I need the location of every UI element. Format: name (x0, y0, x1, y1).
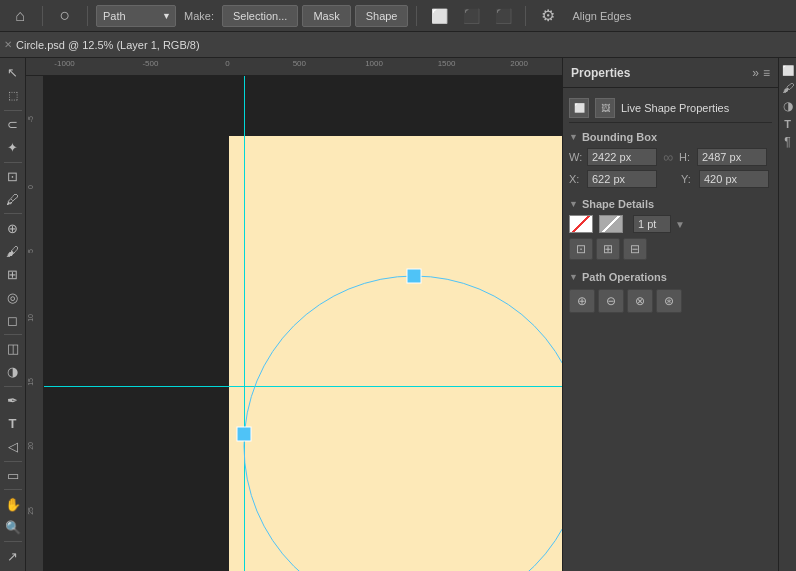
dark-bg-top (44, 76, 562, 136)
shape-details-label: Shape Details (582, 198, 654, 210)
ruler-label-v-20: 20 (27, 442, 34, 450)
gear-icon[interactable]: ⚙ (534, 3, 562, 29)
canvas-area[interactable]: -1000 -500 0 500 1000 1500 2000 -5 0 5 1… (26, 58, 562, 571)
magic-wand-icon[interactable]: ✦ (2, 137, 24, 159)
select-tool-icon[interactable]: ⬚ (2, 85, 24, 107)
align-left-icon[interactable]: ⊡ (569, 238, 593, 260)
ruler-label-0: 0 (225, 59, 229, 68)
tab-bar: ✕ Circle.psd @ 12.5% (Layer 1, RGB/8) (0, 32, 796, 58)
ruler-label-v-neg5: -5 (27, 116, 34, 122)
h-input[interactable] (697, 148, 767, 166)
ri-paragraph-icon[interactable]: ¶ (780, 134, 796, 150)
live-shape-row: ⬜ 🖼 Live Shape Properties (569, 94, 772, 123)
brush-icon[interactable]: 🖌 (2, 240, 24, 262)
fill-swatch[interactable] (569, 215, 593, 233)
shape-tool-icon[interactable]: ○ (51, 3, 79, 29)
align-edges-label: Align Edges (572, 10, 631, 22)
lt-sep-2 (4, 162, 22, 163)
align-right-icon[interactable]: ⊟ (623, 238, 647, 260)
ruler-label-v-5: 5 (27, 249, 34, 253)
healing-icon[interactable]: ⊕ (2, 217, 24, 239)
x-input[interactable] (587, 170, 657, 188)
path-op-arrow-icon: ▼ (569, 272, 578, 282)
stroke-swatch[interactable] (599, 215, 623, 233)
shape-button[interactable]: Shape (355, 5, 409, 27)
y-label: Y: (681, 173, 695, 185)
pen-icon[interactable]: ✒ (2, 390, 24, 412)
path-select-icon[interactable]: ◁ (2, 436, 24, 458)
y-input[interactable] (699, 170, 769, 188)
ruler-label-2000: 2000 (510, 59, 528, 68)
clone-icon[interactable]: ⊞ (2, 263, 24, 285)
dodge-icon[interactable]: ◑ (2, 361, 24, 383)
lt-sep-6 (4, 461, 22, 462)
tab-title[interactable]: Circle.psd @ 12.5% (Layer 1, RGB/8) (16, 39, 200, 51)
intersect-icon[interactable]: ⬛ (489, 3, 517, 29)
lasso-icon[interactable]: ⊂ (2, 114, 24, 136)
ri-brush-icon[interactable]: 🖌 (780, 80, 796, 96)
chevron-down-icon: ▼ (162, 11, 171, 21)
ruler-top: -1000 -500 0 500 1000 1500 2000 (26, 58, 562, 76)
left-toolbar: ↖ ⬚ ⊂ ✦ ⊡ 🖊 ⊕ 🖌 ⊞ ◎ ◻ ◫ ◑ ✒ T ◁ ▭ ✋ 🔍 ↗ (0, 58, 26, 571)
subtract-icon[interactable]: ⬛ (457, 3, 485, 29)
ruler-label-500: 500 (293, 59, 306, 68)
ruler-label-v-15: 15 (27, 378, 34, 386)
live-shape-canvas-icon: ⬜ (569, 98, 589, 118)
path-op-add-btn[interactable]: ⊕ (569, 289, 595, 313)
crosshair-horizontal (44, 386, 562, 387)
ruler-label-1000: 1000 (365, 59, 383, 68)
history-icon[interactable]: ◎ (2, 286, 24, 308)
arrow-tool-icon[interactable]: ↗ (2, 545, 24, 567)
path-operations-label: Path Operations (582, 271, 667, 283)
align-center-icon[interactable]: ⊞ (596, 238, 620, 260)
stroke-width-input[interactable] (633, 215, 671, 233)
w-input[interactable] (587, 148, 657, 166)
zoom-icon[interactable]: 🔍 (2, 516, 24, 538)
eraser-icon[interactable]: ◻ (2, 309, 24, 331)
bounding-box-label: Bounding Box (582, 131, 657, 143)
gradient-icon[interactable]: ◫ (2, 338, 24, 360)
tab-close-icon[interactable]: ✕ (4, 39, 12, 50)
selection-button[interactable]: Selection... (222, 5, 298, 27)
lt-sep-3 (4, 213, 22, 214)
ruler-label-1500: 1500 (438, 59, 456, 68)
shape-icon[interactable]: ▭ (2, 465, 24, 487)
path-op-subtract-btn[interactable]: ⊖ (598, 289, 624, 313)
ri-layers-icon[interactable]: ⬜ (780, 62, 796, 78)
ruler-label-neg1000: -1000 (54, 59, 74, 68)
lt-sep-5 (4, 386, 22, 387)
shape-details-header[interactable]: ▼ Shape Details (569, 194, 772, 213)
shape-label: Shape (366, 10, 398, 22)
dark-bg-left (44, 136, 229, 571)
panel-menu-icon[interactable]: ≡ (763, 66, 770, 80)
canvas-content[interactable] (44, 76, 562, 571)
ruler-left: -5 0 5 10 15 20 25 (26, 76, 44, 571)
top-toolbar: ⌂ ○ Path ▼ Make: Selection... Mask Shape… (0, 0, 796, 32)
path-dropdown[interactable]: Path ▼ (96, 5, 176, 27)
panel-header-icons: » ≡ (752, 66, 770, 80)
ruler-label-v-0: 0 (27, 185, 34, 189)
bbox-arrow-icon: ▼ (569, 132, 578, 142)
bounding-box-header[interactable]: ▼ Bounding Box (569, 127, 772, 146)
path-op-exclude-btn[interactable]: ⊛ (656, 289, 682, 313)
move-tool-icon[interactable]: ↖ (2, 62, 24, 84)
ri-type-icon[interactable]: T (780, 116, 796, 132)
path-op-intersect-btn[interactable]: ⊗ (627, 289, 653, 313)
path-op-buttons-row: ⊕ ⊖ ⊗ ⊛ (569, 286, 772, 316)
crop-icon[interactable]: ⊡ (2, 166, 24, 188)
align-icons-row: ⊡ ⊞ ⊟ (569, 235, 772, 263)
mask-button[interactable]: Mask (302, 5, 350, 27)
combine-icon[interactable]: ⬜ (425, 3, 453, 29)
separator-1 (42, 6, 43, 26)
lt-sep-7 (4, 489, 22, 490)
shape-arrow-icon: ▼ (569, 199, 578, 209)
path-operations-header[interactable]: ▼ Path Operations (569, 267, 772, 286)
type-icon[interactable]: T (2, 413, 24, 435)
eyedropper-icon[interactable]: 🖊 (2, 189, 24, 211)
hand-icon[interactable]: ✋ (2, 493, 24, 515)
ri-adjust-icon[interactable]: ◑ (780, 98, 796, 114)
panel-expand-icon[interactable]: » (752, 66, 759, 80)
link-icon[interactable]: ∞ (663, 149, 673, 165)
home-icon[interactable]: ⌂ (6, 3, 34, 29)
ruler-label-v-10: 10 (27, 314, 34, 322)
